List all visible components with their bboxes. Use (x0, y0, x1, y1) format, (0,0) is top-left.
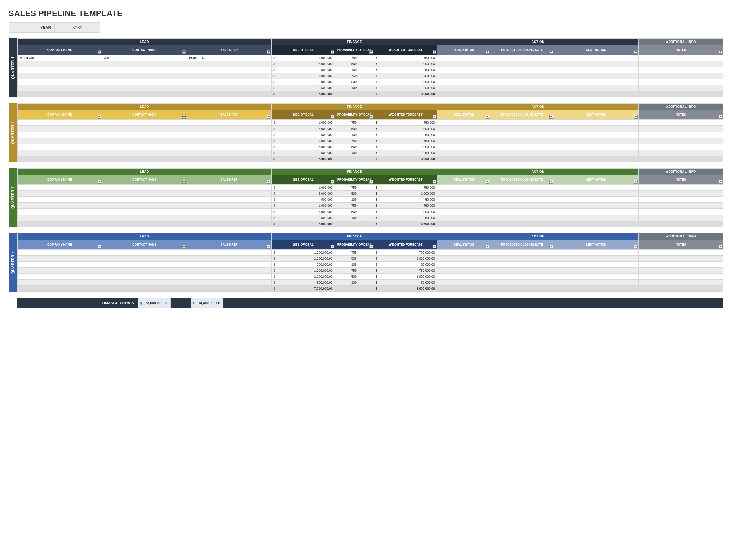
filter-dropdown-icon[interactable] (719, 50, 722, 54)
cell-company[interactable] (18, 144, 102, 150)
cell-status[interactable] (437, 61, 490, 67)
cell-contact[interactable] (102, 255, 187, 261)
cell-close[interactable] (490, 55, 554, 61)
filter-dropdown-icon[interactable] (433, 245, 436, 248)
cell-prob[interactable]: 50% (335, 144, 374, 150)
cell-wf[interactable]: 1,000,000 (374, 144, 437, 150)
cell-company[interactable] (18, 132, 102, 138)
cell-prob[interactable]: 10% (335, 279, 374, 285)
col-size[interactable]: SIZE OF DEAL (272, 240, 335, 249)
cell-next[interactable] (554, 67, 638, 73)
cell-notes[interactable] (638, 61, 723, 67)
col-prob[interactable]: PROBABILITY OF DEAL (335, 175, 374, 184)
cell-company[interactable]: Alpha One (18, 55, 102, 61)
col-notes[interactable]: NOTES (638, 45, 723, 55)
cell-company[interactable] (18, 261, 102, 267)
cell-size[interactable]: 2,000,000 (272, 208, 335, 215)
cell-prob[interactable]: 75% (335, 138, 374, 144)
cell-size[interactable]: 500,000.00 (272, 279, 335, 285)
cell-size[interactable]: 2,000,000.00 (272, 255, 335, 261)
cell-rep[interactable] (187, 202, 272, 208)
cell-prob[interactable]: 10% (335, 261, 374, 267)
col-next[interactable]: NEXT ACTION (554, 240, 638, 249)
filter-dropdown-icon[interactable] (182, 180, 186, 184)
cell-status[interactable] (437, 255, 490, 261)
cell-size[interactable]: 2,000,000 (272, 190, 335, 196)
cell-rep[interactable] (187, 150, 272, 156)
col-rep[interactable]: SALES REP (187, 240, 272, 249)
cell-next[interactable] (554, 144, 638, 150)
cell-wf[interactable]: 50,000.00 (374, 261, 437, 267)
cell-contact[interactable] (102, 150, 187, 156)
cell-close[interactable] (490, 249, 554, 255)
cell-notes[interactable] (638, 67, 723, 73)
cell-wf[interactable]: 50,000 (374, 67, 437, 73)
cell-notes[interactable] (638, 249, 723, 255)
cell-prob[interactable]: 10% (335, 132, 374, 138)
filter-dropdown-icon[interactable] (486, 115, 489, 119)
filter-dropdown-icon[interactable] (369, 50, 373, 54)
cell-rep[interactable] (187, 125, 272, 132)
filter-dropdown-icon[interactable] (486, 245, 489, 248)
cell-rep[interactable] (187, 73, 272, 79)
cell-company[interactable] (18, 85, 102, 91)
cell-wf[interactable]: 1,000,000.00 (374, 273, 437, 279)
col-company[interactable]: COMPANY NAME (18, 240, 102, 249)
cell-company[interactable] (18, 255, 102, 261)
cell-notes[interactable] (638, 125, 723, 132)
cell-contact[interactable] (102, 279, 187, 285)
cell-prob[interactable]: 50% (335, 190, 374, 196)
cell-rep[interactable] (187, 196, 272, 202)
filter-dropdown-icon[interactable] (634, 245, 638, 248)
filter-dropdown-icon[interactable] (486, 180, 489, 184)
cell-close[interactable] (490, 273, 554, 279)
cell-notes[interactable] (638, 132, 723, 138)
cell-next[interactable] (554, 261, 638, 267)
cell-rep[interactable] (187, 144, 272, 150)
cell-contact[interactable] (102, 215, 187, 221)
cell-size[interactable]: 500,000 (272, 215, 335, 221)
filter-dropdown-icon[interactable] (331, 50, 334, 54)
filter-dropdown-icon[interactable] (433, 50, 436, 54)
cell-close[interactable] (490, 150, 554, 156)
cell-rep[interactable] (187, 67, 272, 73)
col-close[interactable]: PROJECTED CLOSING DATE (490, 45, 554, 55)
cell-rep[interactable] (187, 249, 272, 255)
cell-size[interactable]: 1,000,000.00 (272, 267, 335, 273)
cell-next[interactable] (554, 55, 638, 61)
col-close[interactable]: PROJECTED CLOSING DATE (490, 240, 554, 249)
cell-wf[interactable]: 50,000 (374, 132, 437, 138)
cell-company[interactable] (18, 119, 102, 125)
cell-wf[interactable]: 750,000 (374, 184, 437, 190)
filter-dropdown-icon[interactable] (369, 180, 373, 184)
cell-rep[interactable] (187, 190, 272, 196)
cell-notes[interactable] (638, 261, 723, 267)
cell-wf[interactable]: 750,000 (374, 73, 437, 79)
cell-notes[interactable] (638, 208, 723, 215)
cell-prob[interactable]: 75% (335, 184, 374, 190)
cell-size[interactable]: 1,000,000 (272, 202, 335, 208)
filter-dropdown-icon[interactable] (634, 180, 638, 184)
cell-status[interactable] (437, 55, 490, 61)
cell-company[interactable] (18, 196, 102, 202)
col-status[interactable]: DEAL STATUS (437, 175, 490, 184)
filter-dropdown-icon[interactable] (433, 115, 436, 119)
cell-wf[interactable]: 1,000,000 (374, 208, 437, 215)
cell-contact[interactable]: Jane F. (102, 55, 187, 61)
cell-next[interactable] (554, 273, 638, 279)
cell-status[interactable] (437, 249, 490, 255)
cell-size[interactable]: 500,000 (272, 132, 335, 138)
cell-contact[interactable] (102, 73, 187, 79)
cell-notes[interactable] (638, 144, 723, 150)
col-next[interactable]: NEXT ACTION (554, 175, 638, 184)
cell-prob[interactable]: 50% (335, 273, 374, 279)
filter-dropdown-icon[interactable] (267, 245, 271, 248)
cell-close[interactable] (490, 138, 554, 144)
cell-contact[interactable] (102, 132, 187, 138)
col-size[interactable]: SIZE OF DEAL (272, 45, 335, 55)
cell-next[interactable] (554, 279, 638, 285)
cell-close[interactable] (490, 61, 554, 67)
col-close[interactable]: PROJECTED CLOSING DATE (490, 110, 554, 119)
cell-close[interactable] (490, 190, 554, 196)
cell-status[interactable] (437, 132, 490, 138)
